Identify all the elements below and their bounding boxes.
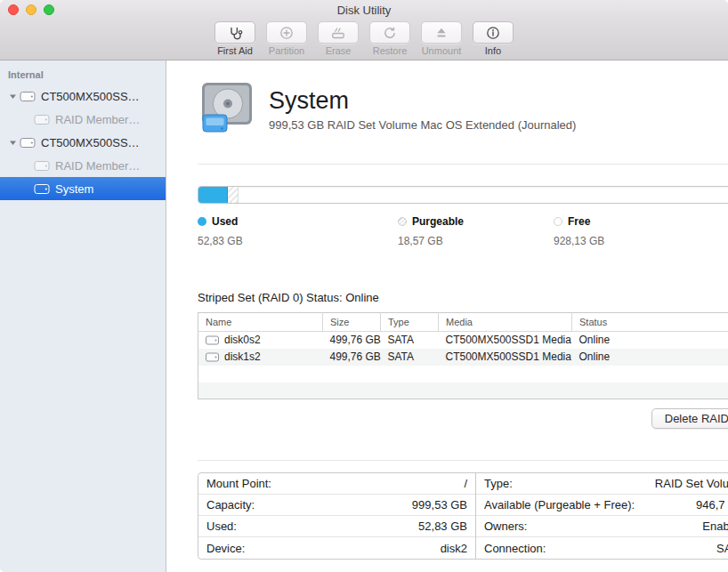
raid-members-table: Name Size Type Media Status — [198, 312, 728, 399]
restore-arrow-icon — [369, 21, 410, 44]
purgeable-legend-dot — [398, 217, 407, 226]
row-media: CT500MX500SSD1 Media — [439, 332, 572, 349]
table-header-type[interactable]: Type — [381, 313, 439, 332]
row-status: Online — [572, 349, 728, 366]
volume-header: System 999,53 GB RAID Set Volume Mac OS … — [198, 78, 728, 141]
drive-icon — [34, 114, 50, 125]
table-empty-row — [198, 366, 728, 383]
legend-used: Used 52,83 GB — [198, 215, 398, 247]
first-aid-button[interactable]: First Aid — [213, 21, 257, 56]
drive-icon — [206, 352, 219, 362]
usage-used-segment — [198, 187, 228, 203]
sidebar-item-label: CT500MX500SS… — [41, 90, 140, 103]
restore-button[interactable]: Restore — [368, 21, 412, 56]
first-aid-label: First Aid — [217, 45, 253, 56]
usage-purgeable-segment — [228, 187, 239, 203]
used-value: 52,83 GB — [198, 235, 398, 247]
free-label: Free — [568, 215, 590, 228]
row-name: disk1s2 — [224, 350, 261, 363]
detail-type: Type: RAID Set Volume — [476, 473, 728, 495]
disclosure-triangle-icon[interactable] — [5, 139, 20, 147]
restore-label: Restore — [373, 45, 408, 56]
eject-icon — [421, 21, 462, 44]
sidebar-item-label: RAID Member… — [55, 159, 140, 173]
table-header-name[interactable]: Name — [198, 313, 323, 332]
minimize-button[interactable] — [26, 4, 36, 15]
close-button[interactable] — [8, 4, 19, 15]
drive-icon — [20, 137, 36, 149]
erase-label: Erase — [326, 45, 352, 56]
erase-button[interactable]: Erase — [316, 21, 360, 56]
sidebar-item-raid-member-1[interactable]: RAID Member… — [0, 108, 166, 131]
row-type: SATA — [381, 349, 439, 366]
pie-plus-icon — [266, 21, 307, 44]
detail-connection: Connection: SATA — [476, 537, 728, 559]
detail-owners: Owners: Enabled — [476, 516, 728, 537]
drive-icon — [34, 160, 50, 172]
table-row[interactable]: disk1s2 499,76 GB SATA CT500MX500SSD1 Me… — [198, 349, 728, 366]
detail-mount-point: Mount Point: / — [198, 473, 475, 495]
sidebar-item-label: RAID Member… — [55, 113, 140, 126]
stethoscope-icon — [214, 21, 255, 44]
disk-utility-window: Disk Utility First Aid Partition Erase — [0, 0, 728, 572]
used-label: Used — [212, 215, 238, 228]
info-label: Info — [485, 45, 501, 56]
info-icon — [473, 21, 514, 44]
row-status: Online — [572, 332, 728, 349]
used-legend-dot — [198, 217, 206, 226]
drive-icon — [20, 91, 36, 102]
legend-free: Free 928,13 GB — [554, 215, 728, 247]
drive-icon — [206, 335, 219, 345]
volume-name: System — [269, 87, 576, 115]
unmount-label: Unmount — [422, 45, 462, 56]
detail-capacity: Capacity: 999,53 GB — [198, 495, 475, 516]
partition-label: Partition — [269, 45, 304, 56]
sidebar: Internal CT500MX500SS… RAID Member… — [0, 60, 166, 572]
table-header-status[interactable]: Status — [572, 313, 728, 332]
header-divider — [198, 164, 728, 165]
usage-legend: Used 52,83 GB Purgeable 18,57 GB Free — [198, 215, 728, 247]
zoom-button[interactable] — [44, 4, 54, 15]
sidebar-item-raid-member-2[interactable]: RAID Member… — [0, 154, 166, 177]
row-size: 499,76 GB — [323, 349, 381, 366]
row-media: CT500MX500SSD1 Media — [439, 349, 572, 366]
table-empty-row — [198, 383, 728, 399]
details-panel: Mount Point: / Capacity: 999,53 GB Used:… — [198, 472, 728, 560]
info-button[interactable]: Info — [471, 21, 515, 56]
free-value: 928,13 GB — [554, 235, 728, 247]
delete-raid-button[interactable]: Delete RAID… — [651, 408, 728, 429]
detail-available: Available (Purgeable + Free): 946,7 GB — [476, 495, 728, 516]
row-size: 499,76 GB — [323, 332, 381, 349]
purgeable-value: 18,57 GB — [398, 235, 554, 247]
section-divider — [198, 460, 728, 461]
usage-bar — [198, 186, 728, 204]
sidebar-section-internal: Internal — [0, 68, 166, 85]
window-title: Disk Utility — [337, 4, 392, 17]
sidebar-item-system[interactable]: System — [0, 177, 166, 200]
detail-used: Used: 52,83 GB — [198, 516, 475, 537]
table-row[interactable]: disk0s2 499,76 GB SATA CT500MX500SSD1 Me… — [198, 332, 728, 349]
main-content: System 999,53 GB RAID Set Volume Mac OS … — [166, 60, 728, 572]
sidebar-item-label: CT500MX500SS… — [41, 136, 140, 149]
table-header-media[interactable]: Media — [439, 313, 572, 332]
partition-button[interactable]: Partition — [264, 21, 309, 56]
row-type: SATA — [381, 332, 439, 349]
volume-subtitle: 999,53 GB RAID Set Volume Mac OS Extende… — [269, 118, 576, 132]
traffic-lights — [8, 4, 54, 15]
table-header-size[interactable]: Size — [323, 313, 381, 332]
legend-purgeable: Purgeable 18,57 GB — [398, 215, 554, 247]
volume-icon — [34, 183, 50, 195]
sidebar-item-disk0[interactable]: CT500MX500SS… — [0, 85, 166, 108]
toolbar: First Aid Partition Erase Restore Unmoun… — [0, 20, 728, 60]
detail-device: Device: disk2 — [198, 537, 475, 559]
disclosure-triangle-icon[interactable] — [5, 93, 20, 101]
sidebar-item-label: System — [55, 182, 93, 196]
erase-drive-icon — [318, 21, 359, 44]
unmount-button[interactable]: Unmount — [419, 21, 464, 56]
row-name: disk0s2 — [224, 334, 261, 346]
raid-volume-icon — [198, 82, 256, 137]
titlebar: Disk Utility — [0, 0, 728, 20]
purgeable-label: Purgeable — [412, 215, 464, 228]
sidebar-item-disk1[interactable]: CT500MX500SS… — [0, 131, 166, 154]
free-legend-dot — [554, 217, 562, 226]
